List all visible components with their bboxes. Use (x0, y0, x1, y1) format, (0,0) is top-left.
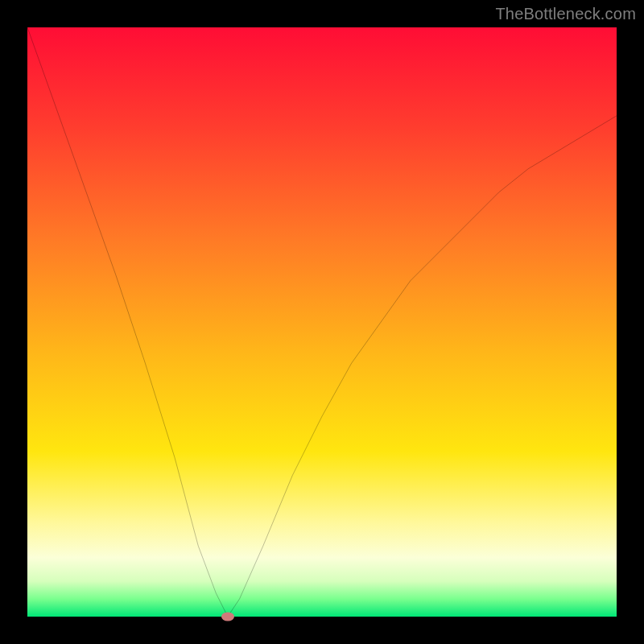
bottleneck-curve (27, 27, 617, 617)
attribution-text: TheBottleneck.com (495, 5, 636, 23)
chart-frame: TheBottleneck.com (0, 0, 644, 644)
optimum-marker (221, 613, 234, 621)
plot-area (27, 27, 617, 617)
curve-path (27, 27, 617, 617)
